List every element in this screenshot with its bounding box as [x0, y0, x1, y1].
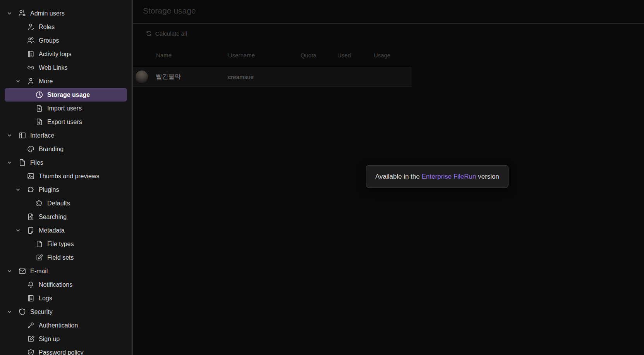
sidebar-item-label: Searching [39, 210, 67, 224]
sidebar-item-groups[interactable]: Groups [0, 34, 132, 47]
users-group-icon [26, 36, 35, 45]
mail-icon [18, 267, 27, 276]
enterprise-filerun-link[interactable]: Enterprise FileRun [422, 173, 476, 181]
row-name-cell: 빨간물약 [156, 73, 228, 81]
sidebar-item-notifications[interactable]: Notifications [0, 278, 132, 291]
palette-icon [26, 145, 35, 153]
avatar-cell [133, 71, 156, 83]
chevron-down-icon[interactable] [15, 228, 26, 233]
sidebar-item-label: Password policy [39, 346, 84, 355]
sidebar-item-roles[interactable]: Roles [0, 20, 132, 34]
sidebar-item-security[interactable]: Security [0, 305, 132, 319]
key-icon [26, 321, 35, 330]
users-gear-icon [18, 9, 27, 18]
puzzle-icon [26, 185, 35, 194]
sidebar-item-label: Export users [47, 115, 82, 129]
sidebar-item-label: Logs [39, 291, 52, 305]
chevron-down-icon[interactable] [15, 187, 26, 192]
sidebar-item-export-users[interactable]: Export users [0, 115, 132, 129]
sidebar-item-label: Admin users [30, 7, 65, 20]
log-book-icon [26, 50, 35, 59]
sidebar-item-label: Web Links [39, 61, 67, 74]
table-header-row: NameUsernameQuotaUsedUsage [133, 43, 412, 67]
sidebar-item-plugins[interactable]: Plugins [0, 183, 132, 196]
sidebar-item-more[interactable]: More [0, 74, 132, 88]
sidebar-item-password-policy[interactable]: Password policy [0, 346, 132, 355]
puzzle-icon [35, 199, 44, 208]
column-header-quota[interactable]: Quota [301, 52, 337, 59]
sidebar-item-defaults[interactable]: Defaults [0, 196, 132, 210]
notice-text-prefix: Available in the [375, 173, 422, 181]
sidebar-item-label: Roles [39, 20, 55, 34]
sidebar-item-file-types[interactable]: File types [0, 237, 132, 251]
enterprise-notice-modal: Available in the Enterprise FileRun vers… [366, 165, 508, 188]
sidebar-item-label: Groups [39, 34, 59, 47]
column-header-usage[interactable]: Usage [374, 52, 412, 59]
column-header-name[interactable]: Name [156, 52, 228, 59]
log-book-icon [26, 294, 35, 303]
edit-icon [35, 253, 44, 262]
sidebar-item-label: Thumbs and previews [39, 169, 100, 183]
edit-icon [26, 334, 35, 343]
chevron-down-icon[interactable] [7, 309, 18, 314]
settings-sidebar: Admin usersRolesGroupsActivity logsWeb L… [0, 0, 132, 355]
sidebar-item-import-users[interactable]: Import users [0, 102, 132, 115]
sidebar-item-label: Activity logs [39, 47, 71, 61]
refresh-icon [146, 30, 152, 37]
sidebar-item-label: E-mail [30, 264, 48, 278]
table-row[interactable]: 빨간물약creamsue [133, 67, 412, 87]
calculate-all-label: Calculate all [155, 30, 187, 37]
file-export-icon [35, 117, 44, 126]
user-icon [26, 77, 35, 86]
shield-check-icon [26, 348, 35, 355]
sidebar-item-label: Security [30, 305, 53, 319]
sidebar-item-label: Defaults [47, 196, 70, 210]
sidebar-item-label: Interface [30, 129, 54, 142]
sidebar-item-label: Files [30, 156, 43, 169]
chevron-down-icon[interactable] [7, 160, 18, 165]
file-icon [35, 240, 44, 248]
shield-icon [18, 307, 27, 316]
photo-icon [26, 172, 35, 181]
sidebar-item-label: Field sets [47, 251, 74, 264]
chevron-down-icon[interactable] [7, 11, 18, 16]
sidebar-item-label: Authentication [39, 319, 78, 332]
table-body: 빨간물약creamsue [133, 67, 412, 87]
chevron-down-icon[interactable] [7, 133, 18, 138]
column-header-username[interactable]: Username [228, 52, 301, 59]
file-import-icon [35, 104, 44, 113]
file-meta-icon [26, 226, 35, 235]
sidebar-item-authentication[interactable]: Authentication [0, 319, 132, 332]
sidebar-item-e-mail[interactable]: E-mail [0, 264, 132, 278]
sidebar-item-label: Sign up [39, 332, 60, 346]
sidebar-item-storage-usage[interactable]: Storage usage [5, 88, 127, 102]
storage-usage-table: NameUsernameQuotaUsedUsage 빨간물약creamsue [133, 43, 412, 87]
notice-text-suffix: version [476, 173, 499, 181]
calculate-all-button[interactable]: Calculate all [133, 24, 200, 43]
file-search-icon [26, 212, 35, 221]
sidebar-item-files[interactable]: Files [0, 156, 132, 169]
user-role-icon [26, 22, 35, 31]
column-header-used[interactable]: Used [337, 52, 374, 59]
sidebar-item-label: File types [47, 237, 74, 251]
sidebar-item-sign-up[interactable]: Sign up [0, 332, 132, 346]
sidebar-item-logs[interactable]: Logs [0, 291, 132, 305]
sidebar-item-branding[interactable]: Branding [0, 142, 132, 156]
sidebar-item-searching[interactable]: Searching [0, 210, 132, 224]
sidebar-item-interface[interactable]: Interface [0, 129, 132, 142]
chevron-down-icon[interactable] [15, 79, 26, 84]
chevron-down-icon[interactable] [7, 269, 18, 274]
sidebar-item-thumbs-and-previews[interactable]: Thumbs and previews [0, 169, 132, 183]
layout-sidebar-icon [18, 131, 27, 140]
sidebar-item-label: Branding [39, 142, 64, 156]
row-username-cell: creamsue [228, 74, 301, 80]
sidebar-item-field-sets[interactable]: Field sets [0, 251, 132, 264]
sidebar-item-activity-logs[interactable]: Activity logs [0, 47, 132, 61]
sidebar-item-metadata[interactable]: Metadata [0, 224, 132, 237]
sidebar-item-label: Storage usage [47, 88, 90, 102]
settings-tree: Admin usersRolesGroupsActivity logsWeb L… [0, 7, 132, 355]
sidebar-item-admin-users[interactable]: Admin users [0, 7, 132, 20]
sidebar-item-label: Import users [47, 102, 82, 115]
sidebar-item-web-links[interactable]: Web Links [0, 61, 132, 74]
sidebar-item-label: More [39, 74, 53, 88]
